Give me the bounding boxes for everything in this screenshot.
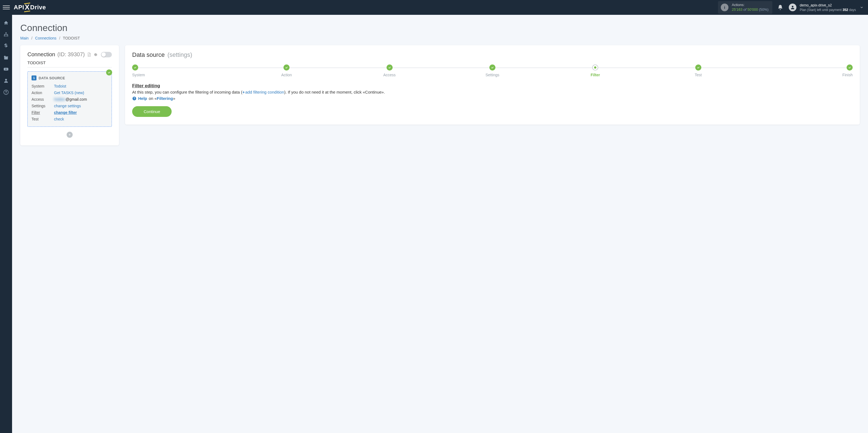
breadcrumb-connections[interactable]: Connections [35,36,57,40]
svg-rect-1 [724,7,725,9]
user-plan: Plan |Start| left until payment 352 days [800,8,856,12]
step-label: Test [695,73,702,77]
logo-x-icon: X [25,4,30,11]
check-icon [106,69,112,76]
help-line: Help on «Filtering» [132,96,852,101]
nav-home[interactable] [0,18,12,29]
data-source-title: DATA SOURCE [39,76,65,80]
add-destination-button[interactable] [67,132,73,138]
page: Connection Main / Connections / TODOIST … [12,15,868,153]
filter-description: At this step, you can configure the filt… [132,90,852,94]
row-action-value[interactable]: Get TASKS (new) [54,91,84,95]
filter-subhead: Filter editing [132,83,852,89]
actions-of: of [744,7,747,11]
step-test[interactable]: Test [647,64,750,77]
page-title: Connection [20,23,860,33]
step-finish[interactable]: Finish [750,64,852,77]
step-dot [695,64,701,70]
ds-heading-sub: (settings) [167,51,192,58]
row-settings-label: Settings [32,103,54,109]
row-filter-label: Filter [32,110,54,116]
svg-rect-3 [5,32,6,33]
svg-rect-4 [4,35,5,36]
row-access-label: Access [32,96,54,103]
actions-counter[interactable]: Actions: 25'163 of 50'000 (50%) [718,1,772,14]
step-dot [592,64,598,70]
svg-point-11 [6,93,6,93]
step-dot [386,64,393,70]
svg-point-15 [134,99,134,99]
nav-services[interactable] [0,52,12,63]
nav-account[interactable] [0,75,12,86]
step-label: Action [281,73,292,77]
svg-point-9 [5,79,7,81]
step-dot [489,64,495,70]
user-menu[interactable]: demo_apix-drive_s2 Plan |Start| left unt… [800,3,856,12]
actions-quota: 50'000 [747,7,758,11]
step-label: Finish [842,73,852,77]
connection-heading: Connection [27,51,55,58]
step-dot [847,64,852,70]
help-icon [132,96,136,101]
row-test-value[interactable]: check [54,117,64,121]
connection-id: (ID: 39307) [57,51,85,58]
step-access[interactable]: Access [338,64,441,77]
svg-point-2 [792,6,794,7]
nav-connections[interactable] [0,29,12,40]
row-settings-value[interactable]: change settings [54,104,81,108]
help-link[interactable]: Help [138,96,147,101]
row-access-value[interactable]: hidden@gmail.com [54,96,108,103]
bell-icon[interactable] [777,4,783,10]
step-label: Access [383,73,396,77]
connection-name: TODOIST [27,60,112,67]
step-system[interactable]: System [132,64,235,77]
topbar: API X Drive Actions: 25'163 of 50'000 (5… [0,0,868,15]
row-system-value[interactable]: Todoist [54,84,66,88]
stepper: SystemActionAccessSettingsFilterTestFini… [132,64,852,77]
step-settings[interactable]: Settings [441,64,544,77]
chevron-down-icon[interactable] [860,5,864,9]
add-filter-link[interactable]: +add filtering condition [242,90,284,94]
gear-icon[interactable] [93,52,98,57]
badge-number: 1 [32,76,36,80]
step-label: Filter [591,73,600,77]
data-source-settings-card: Data source (settings) SystemActionAcces… [125,45,860,124]
svg-point-0 [724,6,725,7]
row-action-label: Action [32,90,54,96]
connection-toggle[interactable] [101,52,112,57]
continue-button[interactable]: Continue [132,106,172,117]
actions-pct: (50%) [759,7,769,11]
user-name: demo_apix-drive_s2 [800,3,856,8]
document-icon[interactable] [87,52,91,57]
ds-heading: Data source [132,51,165,58]
logo-text-pre: API [14,4,24,11]
connection-card: Connection (ID: 39307) TODOIST 1 DATA SO… [20,45,119,145]
breadcrumb-main[interactable]: Main [20,36,29,40]
row-filter-value[interactable]: change filter [54,110,77,115]
row-test-label: Test [32,116,54,122]
row-system-label: System [32,83,54,89]
sidenav [0,15,12,153]
svg-rect-5 [5,35,6,36]
step-dot [132,64,138,70]
step-filter[interactable]: Filter [544,64,647,77]
step-label: Settings [486,73,499,77]
menu-toggle-icon[interactable] [3,4,10,11]
step-action[interactable]: Action [235,64,338,77]
nav-help[interactable] [0,87,12,98]
user-avatar-icon[interactable] [789,4,797,11]
breadcrumb: Main / Connections / TODOIST [20,36,860,40]
step-dot [283,64,289,70]
actions-used: 25'163 [732,7,742,11]
nav-billing[interactable] [0,40,12,52]
breadcrumb-current: TODOIST [63,36,80,40]
actions-label: Actions: [732,3,769,7]
svg-rect-6 [7,35,8,36]
logo-text-post: Drive [30,4,46,11]
nav-video[interactable] [0,64,12,75]
logo[interactable]: API X Drive [14,4,46,11]
info-icon [721,4,728,11]
data-source-box: 1 DATA SOURCE System Todoist Action Get … [27,71,112,127]
step-label: System [132,73,145,77]
